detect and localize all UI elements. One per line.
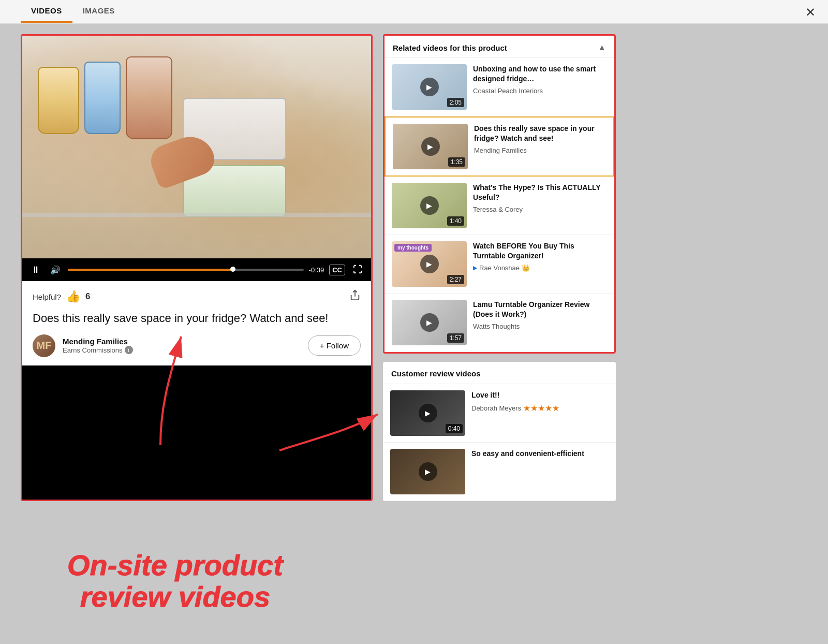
- jar-1: [38, 67, 79, 134]
- play-icon: ▶: [420, 78, 439, 96]
- video-player[interactable]: [22, 36, 371, 258]
- video-meta-title: Unboxing and how to use the smart design…: [473, 64, 607, 84]
- cc-button[interactable]: CC: [329, 265, 345, 275]
- annotation-line1: On-site product: [67, 549, 283, 581]
- related-videos-section: Related videos for this product ▲ ▶ 2:05…: [383, 34, 616, 354]
- duration-badge: 1:40: [447, 216, 464, 226]
- pause-button[interactable]: ⏸: [28, 262, 43, 277]
- creator-name: Mending Families: [63, 337, 301, 346]
- thumb-container: ▶ 1:57: [392, 300, 467, 345]
- customer-play-icon: ▶: [419, 462, 437, 481]
- related-video-item-0[interactable]: ▶ 2:05 Unboxing and how to use the smart…: [385, 58, 614, 116]
- video-list[interactable]: ▶ 2:05 Unboxing and how to use the smart…: [385, 58, 614, 352]
- play-icon: ▶: [420, 313, 439, 332]
- creator-avatar: MF: [33, 334, 55, 357]
- play-icon: ▶: [420, 255, 439, 273]
- related-video-item-4[interactable]: ▶ 1:57 Lamu Turntable Organizer Review (…: [385, 294, 614, 352]
- customer-video-item-0[interactable]: ▶ 0:40 Love it!! Deborah Meyers ★★★★★: [383, 384, 616, 443]
- progress-bar[interactable]: [68, 269, 304, 271]
- video-meta-title: Lamu Turntable Organizer Review (Does it…: [473, 300, 607, 319]
- duration-badge: 2:27: [447, 275, 464, 284]
- fridge-background: [22, 36, 371, 258]
- tabs: VIDEOS IMAGES: [21, 0, 125, 23]
- helpful-label: Helpful?: [33, 292, 61, 301]
- customer-reviews-section: Customer review videos ▶ 0:40 Love it!! …: [383, 362, 616, 501]
- creator-platform-icon: ▶: [473, 265, 477, 271]
- video-title: Does this really save space in your frid…: [33, 311, 361, 326]
- creator-row: MF Mending Families Earns Commissions i …: [33, 334, 361, 357]
- creator-info: Mending Families Earns Commissions i: [63, 337, 301, 354]
- fullscreen-button[interactable]: ⛶: [350, 262, 365, 277]
- video-meta: What's The Hype? Is This ACTUALLY Useful…: [473, 183, 607, 228]
- time-display: -0:39: [309, 266, 324, 274]
- duration-badge: 1:57: [447, 333, 464, 343]
- customer-video-title: So easy and convenient-efficient: [471, 449, 609, 459]
- customer-reviews-header: Customer review videos: [383, 362, 616, 384]
- video-controls: ⏸ 🔊 -0:39 CC ⛶: [22, 258, 371, 281]
- customer-video-title: Love it!!: [471, 390, 609, 400]
- right-panel: Related videos for this product ▲ ▶ 2:05…: [383, 34, 616, 501]
- info-icon[interactable]: i: [125, 346, 133, 354]
- customer-thumb-container: ▶ 0:40: [390, 390, 465, 436]
- video-meta-creator: Teressa & Corey: [473, 206, 607, 213]
- video-meta-title: What's The Hype? Is This ACTUALLY Useful…: [473, 183, 607, 202]
- thoughts-badge: my thoughts: [394, 244, 432, 252]
- customer-video-meta: So easy and convenient-efficient: [471, 449, 609, 494]
- video-meta-creator: ▶Rae Vonshae 👑: [473, 264, 607, 272]
- scroll-up-button[interactable]: ▲: [598, 43, 606, 52]
- progress-dot: [230, 267, 235, 272]
- helpful-count: 6: [85, 291, 90, 302]
- related-video-item-2[interactable]: ▶ 1:40 What's The Hype? Is This ACTUALLY…: [385, 177, 614, 235]
- thumbs-up-icon[interactable]: 👍: [66, 290, 80, 303]
- fridge-shelf: [22, 213, 371, 217]
- customer-reviews-title: Customer review videos: [391, 369, 481, 378]
- video-meta: Does this really save space in your frid…: [474, 124, 606, 169]
- progress-fill: [68, 269, 233, 271]
- customer-video-list: ▶ 0:40 Love it!! Deborah Meyers ★★★★★ ▶ …: [383, 384, 616, 501]
- customer-video-meta: Love it!! Deborah Meyers ★★★★★: [471, 390, 609, 436]
- close-button[interactable]: ✕: [805, 5, 816, 20]
- related-videos-title: Related videos for this product: [393, 43, 507, 52]
- top-bar: VIDEOS IMAGES ✕: [0, 0, 828, 24]
- thumb-container: ▶ 1:40: [392, 183, 467, 228]
- play-icon: ▶: [420, 196, 439, 215]
- customer-duration: 0:40: [446, 424, 463, 433]
- video-meta-creator: Coastal Peach Interiors: [473, 87, 607, 95]
- video-meta-title: Watch BEFORE You Buy This Turntable Orga…: [473, 241, 607, 261]
- jar-3: [126, 56, 172, 139]
- tab-videos[interactable]: VIDEOS: [21, 0, 72, 23]
- video-meta-title: Does this really save space in your frid…: [474, 124, 606, 143]
- tab-images[interactable]: IMAGES: [72, 0, 125, 23]
- avatar-image: MF: [33, 334, 55, 357]
- main-content: ⏸ 🔊 -0:39 CC ⛶ Helpful? 👍 6: [0, 24, 828, 511]
- related-videos-header: Related videos for this product ▲: [385, 36, 614, 58]
- video-meta: Watch BEFORE You Buy This Turntable Orga…: [473, 241, 607, 287]
- annotation-line2: review videos: [67, 581, 283, 613]
- jar-2: [84, 62, 121, 134]
- share-button[interactable]: [349, 289, 361, 304]
- duration-badge: 1:35: [448, 157, 465, 167]
- earns-commissions-label: Earns Commissions: [63, 346, 123, 354]
- thumb-container: my thoughts ▶ 2:27: [392, 241, 467, 287]
- follow-button[interactable]: + Follow: [308, 335, 361, 356]
- video-meta: Lamu Turntable Organizer Review (Does it…: [473, 300, 607, 345]
- customer-video-item-1[interactable]: ▶ So easy and convenient-efficient: [383, 443, 616, 501]
- video-meta-creator: Mending Families: [474, 147, 606, 154]
- video-meta-creator: Watts Thoughts: [473, 323, 607, 330]
- play-icon: ▶: [421, 137, 440, 156]
- related-video-item-1[interactable]: ▶ 1:35 Does this really save space in yo…: [385, 116, 614, 177]
- video-frame: [22, 36, 371, 258]
- annotation-text: On-site product review videos: [67, 549, 283, 613]
- star-rating: ★★★★★: [523, 403, 559, 413]
- helpful-row: Helpful? 👍 6: [33, 289, 361, 304]
- duration-badge: 2:05: [447, 98, 464, 107]
- video-meta: Unboxing and how to use the smart design…: [473, 64, 607, 110]
- creator-subtitle: Earns Commissions i: [63, 346, 301, 354]
- video-section: ⏸ 🔊 -0:39 CC ⛶ Helpful? 👍 6: [21, 34, 373, 501]
- thumb-container: ▶ 1:35: [393, 124, 468, 169]
- customer-play-icon: ▶: [419, 404, 437, 422]
- annotation-overlay: On-site product review videos: [67, 549, 283, 613]
- helpful-left: Helpful? 👍 6: [33, 290, 91, 303]
- volume-button[interactable]: 🔊: [48, 262, 63, 277]
- related-video-item-3[interactable]: my thoughts ▶ 2:27 Watch BEFORE You Buy …: [385, 235, 614, 294]
